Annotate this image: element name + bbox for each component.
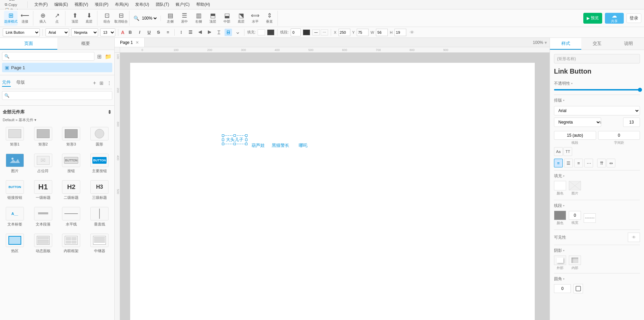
right-font-family-select[interactable]: Arial [554, 106, 640, 115]
comp-item-dynamic-panel[interactable]: 动态面板 [30, 232, 56, 256]
add-page-button[interactable]: ⊞ [96, 53, 102, 60]
w-input[interactable] [376, 29, 388, 36]
shape-name-input[interactable] [554, 54, 640, 63]
fill-color-option[interactable]: 颜色 [554, 181, 566, 196]
comp-item-main-button[interactable]: BUTTON 主要按钮 [87, 152, 112, 176]
text-align-center-btn[interactable]: ☰ [564, 159, 573, 167]
select-mode-button[interactable]: ⊞ 选择模式 [4, 11, 18, 26]
comp-item-hline[interactable]: 水平线 [59, 205, 84, 229]
share-button[interactable]: ☁ 共享 [605, 13, 624, 24]
top-layer-button[interactable]: ⬆ 顶层 [68, 11, 82, 26]
menu-file[interactable]: 文件(F) [33, 1, 49, 8]
font-style-select[interactable]: Negreta [71, 28, 98, 36]
comp-item-text-label[interactable]: A__ 文本标签 [2, 205, 28, 229]
x-input[interactable] [339, 29, 350, 36]
handle-bm[interactable] [234, 143, 236, 145]
menu-project[interactable]: 项目(P) [93, 1, 110, 8]
v-align-top-btn[interactable]: ⇈ [597, 159, 606, 167]
bottom-layer-button[interactable]: ⬇ 底层 [82, 11, 96, 26]
opacity-slider[interactable] [554, 89, 640, 90]
y-input[interactable] [357, 29, 369, 36]
right-tab-notes[interactable]: 说明 [613, 38, 644, 50]
comp-item-placeholder[interactable]: ✉ 占位符 [30, 152, 56, 176]
link-btn-heimaojingzhang-label[interactable]: 黑猫警长 [272, 143, 289, 148]
border-style-option[interactable] [584, 213, 596, 223]
copy-action[interactable]: ⧉ Copy [4, 2, 21, 7]
italic-button[interactable]: I [136, 29, 143, 36]
align-bottom-text-button[interactable]: ⌵ [234, 29, 241, 36]
menu-publish[interactable]: 发布(U) [134, 1, 150, 8]
comp-item-circle[interactable]: 圆形 [87, 125, 112, 149]
group-button[interactable]: ⊡ 组合 [100, 11, 114, 26]
list-button[interactable]: ≡ [164, 29, 172, 36]
font-family-select[interactable]: Arial [46, 28, 69, 36]
menu-layout[interactable]: 布局(A) [114, 1, 130, 8]
comp-category[interactable]: Default » 基本元件 ▾ [2, 116, 112, 124]
handle-tl[interactable] [222, 134, 224, 137]
border-width-input[interactable] [291, 28, 301, 36]
tab-pages[interactable]: 页面 [0, 38, 57, 50]
comp-item-button[interactable]: BUTTON 按钮 [59, 152, 84, 176]
align-center-button[interactable]: ☰ 居中 [178, 11, 191, 26]
comp-item-vline[interactable]: 垂直线 [87, 205, 112, 229]
zoom-select[interactable]: 100% 75% 50% 150% 200% [141, 16, 158, 21]
comp-item-h3[interactable]: H3 三级标题 [87, 178, 112, 202]
font-tt-btn[interactable]: TT [563, 147, 572, 156]
distribute-v-button[interactable]: ⇕ 垂直 [263, 11, 276, 26]
shadow-inner-option[interactable]: 内部 [569, 256, 581, 270]
align-middle-button[interactable]: ⬓ 中部 [220, 11, 234, 26]
align-right-button[interactable]: ▥ 右侧 [192, 11, 205, 26]
align-right-text-button[interactable]: ⫷ [196, 29, 204, 36]
comp-search-input[interactable] [11, 93, 110, 98]
opacity-handle[interactable] [638, 88, 642, 92]
align-center-text-button[interactable]: ☰ [187, 29, 194, 36]
link-btn-nezha[interactable]: 哪吒 [299, 142, 308, 149]
shadow-outer-option[interactable]: 外部 [554, 256, 566, 270]
comp-item-relay[interactable]: 中继器 [87, 232, 112, 256]
comp-item-h1[interactable]: H1 一级标题 [30, 178, 56, 202]
handle-mr[interactable] [245, 139, 247, 141]
font-preview-btn[interactable]: Aa [554, 147, 563, 156]
comp-item-inline-frame[interactable]: 内联框架 [59, 232, 84, 256]
menu-team[interactable]: 团队(T) [154, 1, 170, 8]
char-spacing-input[interactable] [598, 131, 640, 140]
fill-color-dark-box[interactable] [267, 29, 274, 35]
font-size-select[interactable]: 13 [100, 28, 115, 36]
insert-button[interactable]: ⊕ 插入 [36, 11, 50, 26]
page-search-input[interactable] [11, 54, 92, 59]
link-btn-hutuwawa[interactable]: 葫芦娃 [252, 142, 265, 149]
visibility-icon[interactable]: 👁 [410, 30, 414, 35]
right-tab-interaction[interactable]: 交互 [581, 38, 613, 50]
border-color-option[interactable]: 颜色 [554, 211, 566, 225]
fill-color-box[interactable] [258, 29, 265, 35]
v-align-middle-btn[interactable]: ⇔ [607, 159, 615, 167]
align-bottom-button[interactable]: ⬔ 底层 [234, 11, 248, 26]
login-button[interactable]: 登录 [626, 14, 641, 23]
comp-item-rect3[interactable]: 矩形3 [59, 125, 84, 149]
handle-tm[interactable] [234, 134, 236, 137]
fill-image-option[interactable]: 图片 [569, 181, 581, 196]
menu-view[interactable]: 视图(V) [73, 1, 89, 8]
comp-item-text-para[interactable]: 文本段落 [30, 205, 56, 229]
comp-item-h2[interactable]: H2 二级标题 [59, 178, 84, 202]
align-top-button[interactable]: ⬒ 顶层 [206, 11, 219, 26]
canvas-tab-close[interactable]: ✕ [136, 40, 139, 45]
handle-br[interactable] [245, 143, 247, 145]
comp-item-rect2[interactable]: 矩形2 [30, 125, 56, 149]
text-align-left-btn[interactable]: ≡ [554, 159, 563, 167]
strikethrough-button[interactable]: S [155, 29, 162, 36]
border-color-box[interactable] [303, 29, 310, 35]
connect-button[interactable]: ⟵ 连接 [18, 11, 32, 26]
text-align-right-btn[interactable]: ≡ [574, 159, 583, 167]
link-btn-nezha-label[interactable]: 哪吒 [299, 143, 308, 148]
canvas-tab-page1[interactable]: Page 1 ✕ [115, 38, 145, 47]
point-button[interactable]: ↗ 点 [50, 11, 64, 26]
link-btn-heimaojingzhang[interactable]: 黑猫警长 [272, 142, 289, 149]
justify-text-button[interactable]: ⫸ [206, 29, 213, 36]
link-btn-hutuwawa-label[interactable]: 葫芦娃 [252, 143, 265, 148]
menu-account[interactable]: 账户(C) [174, 1, 191, 8]
underline-button[interactable]: U [145, 29, 153, 36]
align-left-text-button[interactable]: ⫶ [177, 29, 185, 36]
bold-button[interactable]: B [126, 29, 134, 36]
border-style-2-button[interactable]: ⋯ [321, 29, 328, 35]
